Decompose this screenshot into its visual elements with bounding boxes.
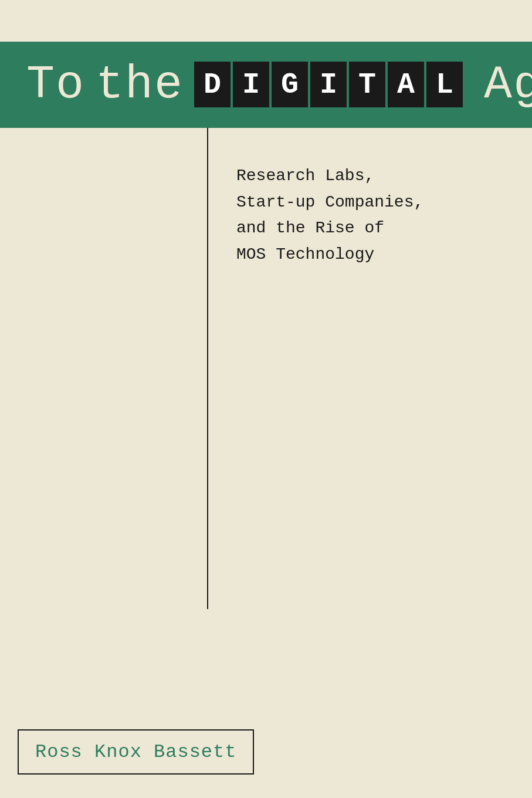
digital-letter-d: D xyxy=(194,62,231,107)
lower-section: Ross Knox Bassett xyxy=(0,609,532,798)
top-bar xyxy=(0,0,532,42)
digital-letter-i2: I xyxy=(310,62,347,107)
vertical-divider xyxy=(207,128,208,609)
digital-letter-i: I xyxy=(233,62,269,107)
author-box: Ross Knox Bassett xyxy=(18,729,254,775)
digital-letter-t: T xyxy=(349,62,385,107)
left-column xyxy=(0,128,207,609)
subtitle-line3: and the Rise of xyxy=(236,215,503,242)
book-cover: To the D I G I T A L Age Research Labs, … xyxy=(0,0,532,798)
main-body: Research Labs, Start-up Companies, and t… xyxy=(0,128,532,609)
title-word-the: the xyxy=(96,58,184,111)
subtitle-line4: MOS Technology xyxy=(236,242,503,268)
title-banner: To the D I G I T A L Age xyxy=(0,42,532,128)
subtitle-line1: Research Labs, xyxy=(236,163,503,190)
digital-letter-a: A xyxy=(388,62,424,107)
subtitle: Research Labs, Start-up Companies, and t… xyxy=(236,163,503,268)
digital-letter-g: G xyxy=(272,62,308,107)
digital-word: D I G I T A L xyxy=(194,62,463,107)
digital-letter-l: L xyxy=(426,62,463,107)
right-column: Research Labs, Start-up Companies, and t… xyxy=(207,128,532,609)
author-name: Ross Knox Bassett xyxy=(35,741,236,763)
title-word-age: Age xyxy=(484,58,532,111)
subtitle-line2: Start-up Companies, xyxy=(236,190,503,216)
title-word-to: To xyxy=(26,58,85,111)
